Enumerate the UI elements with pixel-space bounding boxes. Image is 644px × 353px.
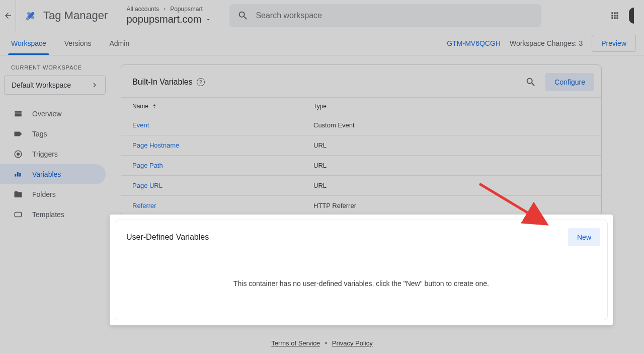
apps-icon[interactable] bbox=[610, 11, 620, 21]
search-box[interactable] bbox=[229, 4, 541, 27]
chevron-right-icon bbox=[90, 81, 99, 90]
workspace-changes[interactable]: Workspace Changes: 3 bbox=[510, 39, 583, 47]
breadcrumb-account: Popupsmart bbox=[170, 6, 203, 13]
variable-link[interactable]: Event bbox=[132, 121, 313, 129]
search-icon bbox=[237, 10, 249, 21]
svg-point-4 bbox=[17, 153, 20, 156]
sidebar-item-label: Variables bbox=[32, 170, 61, 178]
terms-link[interactable]: Terms of Service bbox=[271, 339, 320, 347]
sidebar-item-label: Templates bbox=[32, 210, 64, 219]
col-type-label[interactable]: Type bbox=[313, 103, 590, 110]
col-name-label[interactable]: Name bbox=[132, 103, 148, 110]
variable-link[interactable]: Referrer bbox=[132, 202, 313, 209]
variable-link[interactable]: Page URL bbox=[132, 182, 313, 189]
variable-type: URL bbox=[313, 142, 590, 149]
variable-type: HTTP Referrer bbox=[313, 202, 590, 209]
tab-workspace[interactable]: Workspace bbox=[8, 32, 49, 54]
account-switcher[interactable]: All accounts Popupsmart popupsmart.com bbox=[117, 0, 220, 31]
sidebar-item-tags[interactable]: Tags bbox=[0, 124, 106, 144]
product-logo[interactable]: Tag Manager bbox=[16, 0, 117, 31]
table-header: Name Type bbox=[121, 97, 601, 115]
sidebar-item-folders[interactable]: Folders bbox=[0, 184, 106, 204]
variable-link[interactable]: Page Hostname bbox=[132, 142, 313, 149]
workspace-selector[interactable]: Default Workspace bbox=[4, 76, 106, 95]
overview-icon bbox=[13, 109, 23, 119]
new-button[interactable]: New bbox=[568, 228, 600, 246]
user-defined-variables-card: User-Defined Variables New This containe… bbox=[110, 215, 613, 325]
product-name: Tag Manager bbox=[43, 9, 108, 22]
folder-icon bbox=[13, 189, 23, 199]
footer: Terms of Service • Privacy Policy bbox=[0, 333, 644, 353]
sidebar-item-label: Folders bbox=[32, 190, 56, 198]
preview-button[interactable]: Preview bbox=[592, 35, 636, 52]
container-id[interactable]: GTM-MV6QCGH bbox=[447, 39, 501, 47]
dropdown-icon bbox=[205, 17, 211, 23]
container-name: popupsmart.com bbox=[126, 14, 201, 25]
sidebar-item-variables[interactable]: Variables bbox=[0, 164, 106, 184]
table-row[interactable]: Event Custom Event bbox=[121, 115, 601, 135]
sidebar-item-label: Triggers bbox=[32, 150, 58, 158]
table-row[interactable]: Referrer HTTP Referrer bbox=[121, 195, 601, 216]
sidebar-item-triggers[interactable]: Triggers bbox=[0, 144, 106, 164]
tab-versions[interactable]: Versions bbox=[61, 32, 95, 54]
breadcrumb-all: All accounts bbox=[126, 6, 159, 13]
search-icon-button[interactable] bbox=[525, 77, 536, 88]
workspace-name: Default Workspace bbox=[12, 81, 71, 89]
svg-rect-5 bbox=[15, 213, 22, 217]
chevron-right-icon bbox=[162, 7, 167, 12]
table-row[interactable]: Page Hostname URL bbox=[121, 135, 601, 155]
help-icon[interactable]: ? bbox=[197, 78, 205, 86]
table-row[interactable]: Page URL URL bbox=[121, 175, 601, 195]
table-row[interactable]: Page Path URL bbox=[121, 155, 601, 175]
tag-icon bbox=[13, 129, 23, 139]
built-in-variables-card: Built-In Variables ? Configure Name Type bbox=[121, 64, 602, 216]
trigger-icon bbox=[13, 149, 23, 159]
tab-admin[interactable]: Admin bbox=[106, 32, 132, 54]
sidebar-section-label: CURRENT WORKSPACE bbox=[0, 64, 110, 76]
variable-type: URL bbox=[313, 182, 590, 189]
sidebar-item-overview[interactable]: Overview bbox=[0, 104, 106, 124]
card-title: Built-In Variables bbox=[132, 78, 193, 87]
sidebar-item-label: Tags bbox=[32, 130, 47, 138]
template-icon bbox=[13, 209, 23, 220]
tag-manager-icon bbox=[23, 8, 38, 23]
search-input[interactable] bbox=[256, 11, 533, 20]
back-button[interactable] bbox=[0, 0, 16, 31]
sort-asc-icon bbox=[151, 103, 157, 109]
variable-link[interactable]: Page Path bbox=[132, 162, 313, 169]
empty-state-message: This container has no user-defined varia… bbox=[115, 253, 607, 320]
variable-type: Custom Event bbox=[313, 121, 590, 129]
sidebar-item-templates[interactable]: Templates bbox=[0, 204, 106, 225]
card-title: User-Defined Variables bbox=[126, 233, 209, 242]
configure-button[interactable]: Configure bbox=[545, 73, 594, 91]
breadcrumb: All accounts Popupsmart bbox=[126, 6, 211, 13]
sidebar-item-label: Overview bbox=[32, 110, 61, 118]
variable-type: URL bbox=[313, 162, 590, 169]
privacy-link[interactable]: Privacy Policy bbox=[332, 339, 373, 347]
variable-icon bbox=[13, 169, 23, 179]
avatar[interactable] bbox=[629, 8, 634, 24]
